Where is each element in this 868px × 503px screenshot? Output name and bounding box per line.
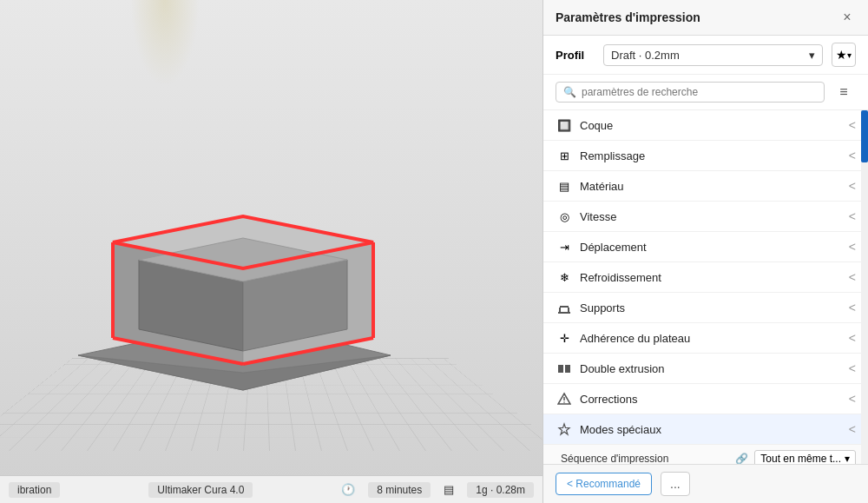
model-svg	[69, 156, 399, 399]
search-row: 🔍 ≡	[543, 75, 868, 110]
corrections-icon	[556, 390, 573, 407]
corrections-label: Corrections	[580, 393, 849, 406]
search-input-wrap[interactable]: 🔍	[556, 82, 825, 103]
panel-header: Paramètres d'impression ×	[543, 0, 868, 36]
setting-item-refroidissement[interactable]: ❄ Refroidissement <	[543, 262, 868, 293]
remplissage-chevron-icon: <	[849, 149, 856, 162]
setting-item-vitesse[interactable]: ◎ Vitesse <	[543, 202, 868, 232]
materiau-chevron-icon: <	[849, 179, 856, 193]
sequence-value: Tout en même t...	[760, 453, 841, 464]
search-input[interactable]	[582, 86, 817, 98]
profile-label: Profil	[556, 49, 595, 62]
setting-item-adherence[interactable]: ✛ Adhérence du plateau <	[543, 323, 868, 354]
corrections-chevron-icon: <	[849, 392, 856, 406]
model-container	[69, 156, 399, 399]
setting-item-remplissage[interactable]: ⊞ Remplissage <	[543, 141, 868, 171]
sequence-link-icon: 🔗	[735, 453, 749, 464]
modes-speciaux-chevron-icon: <	[849, 422, 856, 436]
clock-icon: 🕐	[341, 483, 355, 496]
weight-icon: ▤	[444, 483, 454, 496]
svg-marker-22	[559, 424, 569, 434]
profile-chevron-icon: ▾	[809, 49, 815, 62]
double-extrusion-chevron-icon: <	[849, 361, 856, 375]
svg-point-21	[563, 401, 565, 403]
close-button[interactable]: ×	[838, 9, 856, 26]
sequence-select[interactable]: Tout en même t... ▾	[754, 450, 856, 464]
sub-settings-section: Séquence d'impression 🔗 Tout en même t..…	[543, 445, 868, 464]
star-button[interactable]: ★ ▾	[832, 43, 856, 67]
setting-item-corrections[interactable]: Corrections <	[543, 384, 868, 414]
coque-chevron-icon: <	[849, 118, 856, 132]
supports-icon	[556, 299, 573, 316]
vitesse-label: Vitesse	[580, 210, 849, 223]
weight-label: 1g · 0.28m	[467, 482, 534, 498]
profile-select[interactable]: Draft · 0.2mm ▾	[603, 44, 823, 66]
setting-item-deplacement[interactable]: ⇥ Déplacement <	[543, 232, 868, 262]
materiau-label: Matériau	[580, 180, 849, 193]
refroidissement-label: Refroidissement	[580, 271, 849, 284]
coque-icon: 🔲	[556, 116, 573, 134]
modes-speciaux-label: Modes spéciaux	[580, 423, 849, 436]
refroidissement-icon: ❄	[556, 268, 573, 286]
vitesse-icon: ◎	[556, 208, 573, 225]
time-label: 8 minutes	[368, 482, 431, 498]
settings-panel: Paramètres d'impression × Profil Draft ·…	[542, 0, 868, 503]
status-bar: ibration Ultimaker Cura 4.0 🕐 8 minutes …	[0, 475, 542, 503]
star-icon: ★	[836, 48, 847, 62]
sequence-chevron-icon: ▾	[845, 453, 850, 464]
refroidissement-chevron-icon: <	[849, 270, 856, 284]
remplissage-icon: ⊞	[556, 147, 573, 164]
scroll-indicator	[861, 110, 868, 464]
svg-rect-18	[565, 365, 570, 373]
deplacement-label: Déplacement	[580, 241, 849, 254]
setting-item-modes-speciaux[interactable]: Modes spéciaux <	[543, 414, 868, 445]
setting-item-double-extrusion[interactable]: Double extrusion <	[543, 354, 868, 384]
coque-label: Coque	[580, 119, 849, 132]
panel-title: Paramètres d'impression	[556, 10, 700, 24]
profile-row: Profil Draft · 0.2mm ▾ ★ ▾	[543, 36, 868, 75]
menu-icon-button[interactable]: ≡	[832, 80, 856, 104]
chevron-icon: ▾	[847, 50, 852, 60]
deplacement-icon: ⇥	[556, 238, 573, 255]
svg-rect-16	[558, 312, 570, 314]
supports-label: Supports	[580, 301, 849, 314]
scroll-thumb[interactable]	[861, 110, 868, 162]
model-shadow	[130, 0, 200, 87]
adherence-icon: ✛	[556, 329, 573, 347]
setting-item-supports[interactable]: Supports <	[543, 293, 868, 323]
more-options-button[interactable]: ...	[661, 472, 690, 496]
svg-rect-17	[558, 365, 563, 373]
svg-rect-13	[560, 306, 569, 308]
supports-chevron-icon: <	[849, 301, 856, 314]
profile-value: Draft · 0.2mm	[611, 49, 680, 62]
double-extrusion-icon	[556, 360, 573, 377]
panel-footer: < Recommandé ...	[543, 464, 868, 503]
settings-list[interactable]: 🔲 Coque < ⊞ Remplissage < ▤ Matériau < ◎…	[543, 110, 868, 464]
calibration-label: ibration	[9, 482, 60, 498]
adherence-label: Adhérence du plateau	[580, 332, 849, 345]
recommend-button[interactable]: < Recommandé	[556, 473, 652, 495]
sequence-label: Séquence d'impression	[561, 453, 730, 464]
search-icon: 🔍	[563, 86, 576, 98]
remplissage-label: Remplissage	[580, 149, 849, 162]
setting-item-materiau[interactable]: ▤ Matériau <	[543, 171, 868, 202]
setting-item-coque[interactable]: 🔲 Coque <	[543, 110, 868, 141]
materiau-icon: ▤	[556, 177, 573, 195]
sequence-row: Séquence d'impression 🔗 Tout en même t..…	[543, 445, 868, 464]
double-extrusion-label: Double extrusion	[580, 362, 849, 375]
vitesse-chevron-icon: <	[849, 209, 856, 223]
modes-speciaux-icon	[556, 420, 573, 438]
software-label[interactable]: Ultimaker Cura 4.0	[148, 482, 253, 498]
adherence-chevron-icon: <	[849, 331, 856, 345]
deplacement-chevron-icon: <	[849, 240, 856, 254]
3d-viewport: ibration Ultimaker Cura 4.0 🕐 8 minutes …	[0, 0, 542, 503]
